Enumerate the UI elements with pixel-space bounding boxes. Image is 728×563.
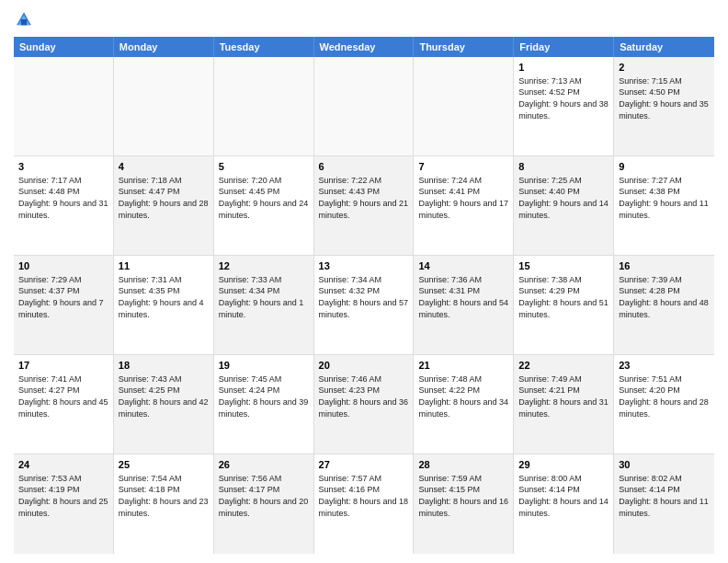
calendar-cell: 17Sunrise: 7:41 AM Sunset: 4:27 PM Dayli… <box>14 355 114 454</box>
cell-info: Sunrise: 7:45 AM Sunset: 4:24 PM Dayligh… <box>219 373 309 419</box>
calendar-cell: 21Sunrise: 7:48 AM Sunset: 4:22 PM Dayli… <box>414 355 514 454</box>
calendar-cell: 13Sunrise: 7:34 AM Sunset: 4:32 PM Dayli… <box>314 256 415 354</box>
cell-info: Sunrise: 7:18 AM Sunset: 4:47 PM Dayligh… <box>119 175 209 221</box>
header-day-thursday: Thursday <box>414 37 514 57</box>
day-number: 15 <box>518 259 609 273</box>
cell-info: Sunrise: 7:49 AM Sunset: 4:21 PM Dayligh… <box>518 373 609 419</box>
cell-info: Sunrise: 7:25 AM Sunset: 4:40 PM Dayligh… <box>518 175 609 221</box>
calendar-cell: 19Sunrise: 7:45 AM Sunset: 4:24 PM Dayli… <box>214 355 314 454</box>
cell-info: Sunrise: 7:56 AM Sunset: 4:17 PM Dayligh… <box>219 473 309 519</box>
calendar-cell: 23Sunrise: 7:51 AM Sunset: 4:20 PM Dayli… <box>614 355 714 454</box>
calendar-cell: 7Sunrise: 7:24 AM Sunset: 4:41 PM Daylig… <box>414 156 514 255</box>
calendar: SundayMondayTuesdayWednesdayThursdayFrid… <box>14 37 714 554</box>
day-number: 16 <box>619 259 710 273</box>
header-day-friday: Friday <box>514 37 614 57</box>
calendar-row-1: 3Sunrise: 7:17 AM Sunset: 4:48 PM Daylig… <box>14 156 714 256</box>
logo <box>14 9 38 29</box>
calendar-cell: 22Sunrise: 7:49 AM Sunset: 4:21 PM Dayli… <box>514 355 614 454</box>
cell-info: Sunrise: 7:34 AM Sunset: 4:32 PM Dayligh… <box>319 274 409 320</box>
calendar-cell: 15Sunrise: 7:38 AM Sunset: 4:29 PM Dayli… <box>514 256 614 354</box>
calendar-cell: 14Sunrise: 7:36 AM Sunset: 4:31 PM Dayli… <box>414 256 514 354</box>
cell-info: Sunrise: 7:33 AM Sunset: 4:34 PM Dayligh… <box>219 274 309 320</box>
day-number: 20 <box>319 359 409 373</box>
cell-info: Sunrise: 7:57 AM Sunset: 4:16 PM Dayligh… <box>319 473 409 519</box>
day-number: 9 <box>619 160 710 174</box>
calendar-cell: 10Sunrise: 7:29 AM Sunset: 4:37 PM Dayli… <box>14 256 114 354</box>
day-number: 26 <box>219 458 309 472</box>
calendar-cell <box>214 57 314 155</box>
cell-info: Sunrise: 7:17 AM Sunset: 4:48 PM Dayligh… <box>18 175 108 221</box>
header-day-tuesday: Tuesday <box>214 37 314 57</box>
cell-info: Sunrise: 8:02 AM Sunset: 4:14 PM Dayligh… <box>619 473 710 519</box>
calendar-cell: 6Sunrise: 7:22 AM Sunset: 4:43 PM Daylig… <box>314 156 415 255</box>
cell-info: Sunrise: 7:29 AM Sunset: 4:37 PM Dayligh… <box>18 274 108 320</box>
calendar-cell: 16Sunrise: 7:39 AM Sunset: 4:28 PM Dayli… <box>614 256 714 354</box>
header-day-saturday: Saturday <box>614 37 714 57</box>
calendar-cell: 24Sunrise: 7:53 AM Sunset: 4:19 PM Dayli… <box>14 454 114 554</box>
day-number: 14 <box>418 259 508 273</box>
day-number: 22 <box>518 359 609 373</box>
calendar-row-4: 24Sunrise: 7:53 AM Sunset: 4:19 PM Dayli… <box>14 454 714 554</box>
cell-info: Sunrise: 7:13 AM Sunset: 4:52 PM Dayligh… <box>518 75 609 121</box>
calendar-cell: 20Sunrise: 7:46 AM Sunset: 4:23 PM Dayli… <box>314 355 415 454</box>
day-number: 11 <box>119 259 209 273</box>
cell-info: Sunrise: 7:43 AM Sunset: 4:25 PM Dayligh… <box>119 373 209 419</box>
calendar-cell <box>414 57 514 155</box>
day-number: 2 <box>619 61 710 75</box>
calendar-cell <box>114 57 214 155</box>
cell-info: Sunrise: 7:46 AM Sunset: 4:23 PM Dayligh… <box>319 373 409 419</box>
header-day-wednesday: Wednesday <box>314 37 415 57</box>
day-number: 17 <box>18 359 108 373</box>
cell-info: Sunrise: 7:15 AM Sunset: 4:50 PM Dayligh… <box>619 75 710 121</box>
day-number: 25 <box>119 458 209 472</box>
day-number: 6 <box>319 160 409 174</box>
day-number: 7 <box>418 160 508 174</box>
calendar-row-2: 10Sunrise: 7:29 AM Sunset: 4:37 PM Dayli… <box>14 256 714 355</box>
cell-info: Sunrise: 7:27 AM Sunset: 4:38 PM Dayligh… <box>619 175 710 221</box>
day-number: 4 <box>119 160 209 174</box>
header-day-sunday: Sunday <box>14 37 114 57</box>
calendar-cell: 28Sunrise: 7:59 AM Sunset: 4:15 PM Dayli… <box>414 454 514 554</box>
day-number: 10 <box>18 259 108 273</box>
calendar-cell: 5Sunrise: 7:20 AM Sunset: 4:45 PM Daylig… <box>214 156 314 255</box>
day-number: 19 <box>219 359 309 373</box>
day-number: 12 <box>219 259 309 273</box>
cell-info: Sunrise: 8:00 AM Sunset: 4:14 PM Dayligh… <box>518 473 609 519</box>
calendar-cell: 11Sunrise: 7:31 AM Sunset: 4:35 PM Dayli… <box>114 256 214 354</box>
cell-info: Sunrise: 7:20 AM Sunset: 4:45 PM Dayligh… <box>219 175 309 221</box>
calendar-cell: 3Sunrise: 7:17 AM Sunset: 4:48 PM Daylig… <box>14 156 114 255</box>
cell-info: Sunrise: 7:53 AM Sunset: 4:19 PM Dayligh… <box>18 473 108 519</box>
calendar-cell: 26Sunrise: 7:56 AM Sunset: 4:17 PM Dayli… <box>214 454 314 554</box>
cell-info: Sunrise: 7:39 AM Sunset: 4:28 PM Dayligh… <box>619 274 710 320</box>
calendar-header: SundayMondayTuesdayWednesdayThursdayFrid… <box>14 37 714 57</box>
calendar-cell <box>14 57 114 155</box>
day-number: 27 <box>319 458 409 472</box>
day-number: 21 <box>418 359 508 373</box>
day-number: 13 <box>319 259 409 273</box>
calendar-row-0: 1Sunrise: 7:13 AM Sunset: 4:52 PM Daylig… <box>14 57 714 156</box>
day-number: 28 <box>418 458 508 472</box>
day-number: 24 <box>18 458 108 472</box>
cell-info: Sunrise: 7:31 AM Sunset: 4:35 PM Dayligh… <box>119 274 209 320</box>
day-number: 29 <box>518 458 609 472</box>
cell-info: Sunrise: 7:59 AM Sunset: 4:15 PM Dayligh… <box>418 473 508 519</box>
calendar-cell: 27Sunrise: 7:57 AM Sunset: 4:16 PM Dayli… <box>314 454 415 554</box>
calendar-cell: 25Sunrise: 7:54 AM Sunset: 4:18 PM Dayli… <box>114 454 214 554</box>
cell-info: Sunrise: 7:51 AM Sunset: 4:20 PM Dayligh… <box>619 373 710 419</box>
calendar-cell: 12Sunrise: 7:33 AM Sunset: 4:34 PM Dayli… <box>214 256 314 354</box>
calendar-cell: 4Sunrise: 7:18 AM Sunset: 4:47 PM Daylig… <box>114 156 214 255</box>
calendar-row-3: 17Sunrise: 7:41 AM Sunset: 4:27 PM Dayli… <box>14 355 714 454</box>
page: SundayMondayTuesdayWednesdayThursdayFrid… <box>0 0 728 563</box>
calendar-cell: 1Sunrise: 7:13 AM Sunset: 4:52 PM Daylig… <box>514 57 614 155</box>
calendar-cell <box>314 57 415 155</box>
cell-info: Sunrise: 7:36 AM Sunset: 4:31 PM Dayligh… <box>418 274 508 320</box>
cell-info: Sunrise: 7:24 AM Sunset: 4:41 PM Dayligh… <box>418 175 508 221</box>
day-number: 3 <box>18 160 108 174</box>
cell-info: Sunrise: 7:38 AM Sunset: 4:29 PM Dayligh… <box>518 274 609 320</box>
calendar-cell: 8Sunrise: 7:25 AM Sunset: 4:40 PM Daylig… <box>514 156 614 255</box>
day-number: 30 <box>619 458 710 472</box>
calendar-cell: 9Sunrise: 7:27 AM Sunset: 4:38 PM Daylig… <box>614 156 714 255</box>
day-number: 1 <box>518 61 609 75</box>
day-number: 5 <box>219 160 309 174</box>
cell-info: Sunrise: 7:48 AM Sunset: 4:22 PM Dayligh… <box>418 373 508 419</box>
